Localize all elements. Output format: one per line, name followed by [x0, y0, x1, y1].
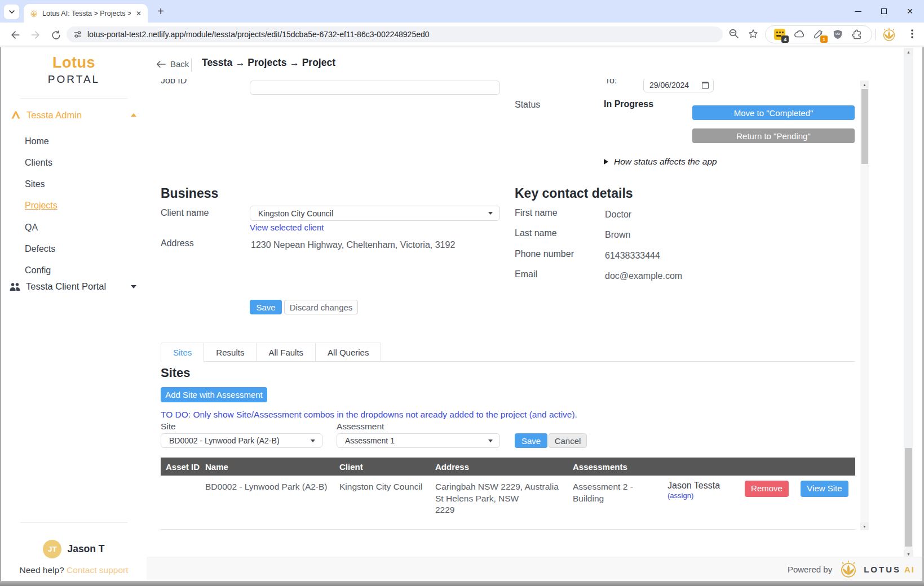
tab-all-queries[interactable]: All Queries [316, 343, 381, 362]
expand-caret-icon[interactable] [131, 285, 136, 288]
sidebar-item-sites[interactable]: Sites [25, 179, 45, 189]
sidebar-bottom-divider [20, 522, 127, 523]
assign-link[interactable]: (assign) [667, 491, 720, 501]
remove-button[interactable]: Remove [745, 481, 789, 497]
brand-suffix: AI [904, 565, 915, 574]
menu-dots-icon[interactable] [907, 28, 919, 40]
lotus-logo [838, 558, 859, 580]
app-logo-title: Lotus [1, 54, 147, 72]
collapse-caret-icon[interactable] [131, 113, 136, 117]
sidebar-group-tessta-admin[interactable]: Tessta Admin [1, 109, 147, 121]
business-title: Business [161, 186, 218, 201]
main-content: Back Tessta → Projects → Project Job ID … [147, 47, 924, 557]
calendar-icon[interactable] [702, 82, 709, 89]
window-frame-left [0, 47, 1, 581]
site-select[interactable]: BD0002 - Lynwood Park (A2-B) [161, 433, 322, 448]
admin-group-icon [10, 109, 21, 121]
forward-nav-icon[interactable] [28, 28, 43, 42]
email-label: Email [515, 269, 537, 279]
tab-title: Lotus AI: Tessta > Projects > Pro [42, 10, 131, 17]
cell-asset-id [161, 476, 205, 529]
column-address: Address [435, 462, 573, 472]
assessment-label: Assessment [337, 421, 384, 432]
maximize-button[interactable] [871, 0, 897, 23]
tab-close-icon[interactable]: ✕ [134, 10, 143, 17]
profile-avatar[interactable] [881, 26, 893, 38]
assessment-select[interactable]: Assessment 1 [337, 433, 500, 448]
breadcrumb: Tessta → Projects → Project [202, 57, 335, 69]
user-avatar[interactable]: JT [43, 540, 61, 558]
job-id-input[interactable] [250, 81, 500, 95]
puzzle-extensions-icon[interactable] [851, 28, 864, 41]
sidebar-item-projects[interactable]: Projects [25, 201, 58, 211]
sites-table: Asset ID Name Client Address Assessments… [161, 458, 855, 530]
phone-number-label: Phone number [515, 249, 574, 259]
discard-changes-button[interactable]: Discard changes [284, 300, 358, 314]
tab-sites[interactable]: Sites [161, 343, 204, 362]
shield-extension-icon[interactable]: UO [832, 28, 844, 41]
zoom-level-icon[interactable] [728, 28, 741, 41]
sidebar-item-home[interactable]: Home [25, 136, 49, 146]
site-cancel-button[interactable]: Cancel [549, 433, 587, 448]
back-nav-icon[interactable] [8, 28, 23, 42]
url-text[interactable]: lotus-portal-test2.netlify.app/module/te… [87, 30, 430, 39]
bookmark-star-icon[interactable] [748, 28, 760, 41]
view-site-button[interactable]: View Site [801, 481, 848, 497]
client-name-selected: Kingston City Council [258, 209, 333, 218]
minimize-button[interactable] [845, 0, 871, 23]
address-line: St Helens Park, NSW [435, 493, 573, 505]
url-bar[interactable]: lotus-portal-test2.netlify.app/module/te… [67, 26, 723, 42]
new-tab-button[interactable]: + [153, 5, 168, 19]
assessment-selected: Assessment 1 [345, 436, 395, 445]
sidebar-item-clients[interactable]: Clients [25, 158, 52, 168]
contact-support-link[interactable]: Contact support [67, 565, 128, 575]
sidebar-item-config[interactable]: Config [25, 265, 51, 276]
tab-results[interactable]: Results [204, 343, 257, 362]
tag-extension-icon[interactable]: 1 [812, 28, 825, 41]
client-name-select[interactable]: Kingston City Council [250, 206, 500, 221]
table-row: BD0002 - Lynwood Park (A2-B) Kingston Ci… [161, 476, 855, 530]
site-save-button[interactable]: Save [515, 433, 547, 448]
return-to-pending-button[interactable]: Return to "Pending" [692, 128, 855, 143]
scrollbar-thumb[interactable] [861, 89, 868, 164]
back-button[interactable]: Back [156, 59, 189, 69]
browser-window: Lotus AI: Tessta > Projects > Pro ✕ + ✕ … [0, 0, 924, 586]
scroll-down-icon[interactable]: ▼ [860, 522, 869, 530]
first-name-value: Doctor [605, 210, 631, 220]
status-help-toggle[interactable]: How status affects the app [604, 157, 717, 167]
page-scrollbar[interactable]: ▲ ▼ [904, 48, 913, 558]
tab-all-faults[interactable]: All Faults [257, 343, 316, 362]
app-sidebar: Lotus PORTAL Tessta Admin Home Clients S… [1, 47, 147, 581]
page-scroll-up-icon[interactable]: ▲ [904, 48, 913, 56]
assignee-block: Jason Tessta (assign) [667, 481, 720, 501]
tab-search-button[interactable] [4, 5, 19, 19]
close-button[interactable]: ✕ [897, 0, 923, 23]
phone-number-value: 61438333444 [605, 251, 660, 261]
business-save-button[interactable]: Save [250, 300, 282, 314]
sidebar-group-client-portal[interactable]: Tessta Client Portal [1, 281, 147, 292]
sidebar-item-defects[interactable]: Defects [25, 244, 55, 254]
scroll-up-icon[interactable]: ▲ [860, 81, 869, 88]
cloud-extension-icon[interactable] [793, 28, 806, 41]
sites-table-header: Asset ID Name Client Address Assessments [161, 458, 855, 476]
move-to-completed-button[interactable]: Move to "Completed" [692, 105, 855, 120]
view-selected-client-link[interactable]: View selected client [250, 223, 324, 232]
last-name-label: Last name [515, 228, 557, 238]
status-help-text: How status affects the app [614, 157, 717, 167]
reload-icon[interactable] [48, 28, 63, 42]
notes-extension-icon[interactable]: 4 [773, 28, 786, 41]
to-date-input[interactable]: 29/06/2024 [643, 79, 714, 92]
sites-section-title: Sites [161, 366, 191, 380]
app-footer: Powered by LOTUS AI [147, 557, 924, 581]
site-info-icon[interactable] [73, 30, 82, 39]
add-site-with-assessment-button[interactable]: Add Site with Assessment [161, 387, 267, 402]
user-row[interactable]: JT Jason T [1, 540, 147, 558]
toolbar-separator [876, 29, 876, 40]
content-scrollbar[interactable]: ▲ ▼ [860, 81, 869, 530]
page-scrollbar-thumb[interactable] [905, 448, 912, 547]
chevron-down-icon [8, 8, 15, 15]
status-value: In Progress [604, 99, 653, 109]
browser-tab[interactable]: Lotus AI: Tessta > Projects > Pro ✕ [24, 4, 148, 23]
sidebar-item-qa[interactable]: QA [25, 223, 38, 233]
site-label: Site [161, 421, 176, 432]
